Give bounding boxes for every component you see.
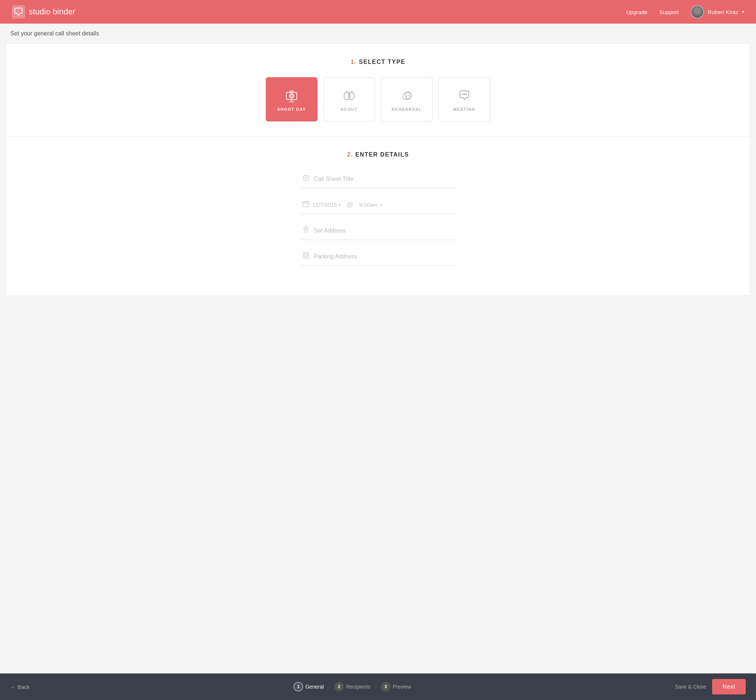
step-arrow-2: › [375, 684, 376, 690]
time-chevron-icon: ▾ [380, 202, 382, 208]
type-rehearsal[interactable]: REHEARSAL [381, 77, 433, 122]
title-input[interactable] [314, 176, 454, 182]
select-type-heading: 1. SELECT TYPE [14, 59, 742, 66]
step2-label-footer: Recipients [346, 684, 370, 690]
step2-num: 2. [347, 152, 353, 158]
logo-text: studio binder [29, 7, 75, 17]
scout-icon [341, 87, 357, 103]
svg-point-14 [465, 94, 467, 95]
step-item-recipients: 2 Recipients [334, 682, 370, 692]
step1-label-footer: General [305, 684, 324, 690]
parking-icon [302, 252, 310, 261]
time-value: 9:00am [359, 202, 378, 208]
step1-circle-num: 1 [297, 684, 300, 689]
type-meeting[interactable]: MEETING [439, 77, 490, 122]
svg-rect-1 [286, 92, 297, 100]
upgrade-link[interactable]: Upgrade [626, 9, 648, 15]
footer: ← Back 1 General › 2 Recipients › 3 Prev… [0, 673, 756, 700]
svg-point-13 [464, 94, 465, 95]
parking-field [300, 247, 456, 266]
main-content: 1. SELECT TYPE [0, 44, 756, 673]
svg-point-2 [289, 94, 294, 98]
type-scout[interactable]: SCOUT [323, 77, 375, 122]
step1-label: SELECT TYPE [359, 59, 405, 65]
header-nav: Upgrade Support Robert Kiraz ▾ [626, 5, 744, 19]
step-circle-3: 3 [381, 682, 390, 692]
steps-nav: 1 General › 2 Recipients › 3 Preview [294, 682, 411, 692]
step2-circle-num: 2 [338, 684, 341, 689]
select-type-section: 1. SELECT TYPE [6, 44, 750, 136]
back-button[interactable]: ← Back [10, 684, 30, 690]
svg-point-3 [291, 95, 293, 97]
step2-label: ENTER DETAILS [355, 152, 409, 158]
step-circle-1: 1 [294, 682, 303, 692]
time-select[interactable]: 9:00am ▾ [359, 202, 454, 208]
step3-label-footer: Preview [393, 684, 411, 690]
date-chevron-icon: ▾ [339, 202, 341, 208]
svg-point-12 [462, 94, 463, 95]
details-form: 12/7/2015 ▾ @ 9:00am ▾ [300, 170, 456, 266]
shoot-day-icon [283, 87, 300, 103]
svg-rect-0 [12, 5, 25, 19]
calendar-icon [302, 200, 309, 209]
rehearsal-icon [399, 87, 415, 103]
step-circle-2: 2 [334, 682, 344, 692]
type-shoot-day-label: SHOOT DAY [277, 107, 306, 111]
logo-icon [12, 5, 25, 19]
avatar [690, 5, 704, 19]
date-value: 12/7/2015 [312, 202, 337, 208]
svg-rect-19 [303, 202, 309, 207]
next-button[interactable]: Next [712, 679, 746, 694]
address-input[interactable] [314, 227, 454, 234]
svg-rect-4 [290, 91, 294, 93]
step-item-general: 1 General [294, 682, 324, 692]
support-link[interactable]: Support [659, 9, 679, 15]
user-menu[interactable]: Robert Kiraz ▾ [690, 5, 744, 19]
type-scout-label: SCOUT [341, 107, 358, 111]
date-select[interactable]: 12/7/2015 ▾ [312, 202, 341, 208]
location-icon [302, 226, 310, 235]
meeting-icon [456, 87, 473, 103]
type-meeting-label: MEETING [453, 107, 476, 111]
logo: studio binder [12, 5, 75, 19]
address-field [300, 222, 456, 240]
at-symbol: @ [347, 201, 353, 209]
title-field [300, 170, 456, 188]
user-dropdown-icon: ▾ [742, 9, 744, 14]
svg-rect-24 [303, 253, 309, 258]
step3-circle-num: 3 [384, 684, 387, 689]
svg-point-23 [305, 228, 307, 230]
enter-details-heading: 2. ENTER DETAILS [14, 152, 742, 158]
enter-details-section: 2. ENTER DETAILS [6, 136, 750, 296]
type-rehearsal-label: REHEARSAL [392, 107, 422, 111]
footer-right: Save & Close Next [675, 679, 746, 694]
step-arrow-1: › [328, 684, 330, 690]
type-options: SHOOT DAY SCOUT [14, 77, 742, 122]
date-time-field: 12/7/2015 ▾ @ 9:00am ▾ [300, 196, 456, 214]
page-subtitle: Set your general call sheet details [0, 23, 756, 44]
main-header: studio binder Upgrade Support Robert Kir… [0, 0, 756, 23]
step1-num: 1. [351, 59, 356, 65]
save-close-button[interactable]: Save & Close [675, 684, 706, 690]
user-name: Robert Kiraz [708, 9, 738, 15]
step-item-preview: 3 Preview [381, 682, 411, 692]
type-shoot-day[interactable]: SHOOT DAY [266, 77, 317, 122]
parking-input[interactable] [314, 253, 454, 260]
title-icon [302, 174, 310, 183]
svg-rect-15 [303, 176, 309, 180]
